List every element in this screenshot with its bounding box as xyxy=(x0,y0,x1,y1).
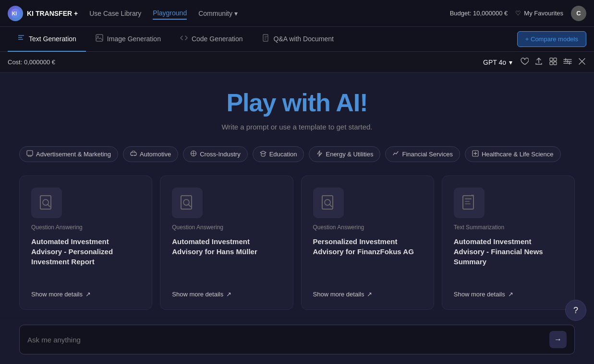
category-healthcare-life-science[interactable]: Healthcare & Life Science xyxy=(465,146,561,162)
hero-subtitle: Write a prompt or use a template to get … xyxy=(19,123,575,131)
card-2-details-button[interactable]: Show more details ↗ xyxy=(172,291,281,298)
hero-title: Play with AI! xyxy=(19,88,575,117)
arrow-icon: ↗ xyxy=(85,291,91,298)
card-1-details-button[interactable]: Show more details ↗ xyxy=(31,291,140,298)
qna-doc-icon xyxy=(262,34,270,44)
prompt-bar-wrapper: → xyxy=(0,317,594,364)
card-1-icon xyxy=(31,188,62,218)
category-automotive-label: Automotive xyxy=(140,151,171,158)
send-button[interactable]: → xyxy=(549,331,567,348)
text-gen-icon xyxy=(17,34,25,44)
card-3-icon xyxy=(313,188,344,218)
heart-icon: ♡ xyxy=(515,10,521,17)
category-education[interactable]: Education xyxy=(253,146,304,162)
energy-icon xyxy=(316,150,323,158)
svg-rect-20 xyxy=(181,196,192,209)
close-icon[interactable] xyxy=(578,57,586,68)
compare-models-button[interactable]: + Compare models xyxy=(517,31,586,47)
prompt-input[interactable] xyxy=(27,336,549,344)
svg-point-14 xyxy=(132,155,133,156)
nav-community[interactable]: Community ▾ xyxy=(198,8,238,19)
settings-icon[interactable] xyxy=(563,57,572,68)
category-financial-services[interactable]: Financial Services xyxy=(385,146,460,162)
svg-rect-8 xyxy=(554,62,557,65)
card-2: Question Answering Automated Investment … xyxy=(160,176,293,310)
category-healthcare-life-science-label: Healthcare & Life Science xyxy=(482,151,554,158)
tab-image-generation[interactable]: Image Generation xyxy=(86,27,170,52)
share-icon[interactable] xyxy=(534,57,543,68)
card-3-title: Personalized Investment Advisory for Fin… xyxy=(313,236,422,279)
svg-rect-7 xyxy=(550,62,553,65)
category-financial-services-label: Financial Services xyxy=(402,151,453,158)
tab-text-generation[interactable]: Text Generation xyxy=(8,27,86,52)
card-4-details-button[interactable]: Show more details ↗ xyxy=(454,291,563,298)
card-4-icon xyxy=(454,188,485,218)
svg-rect-25 xyxy=(465,198,472,200)
svg-rect-24 xyxy=(463,196,473,209)
arrow-icon: ↗ xyxy=(508,291,513,298)
category-energy-utilities[interactable]: Energy & Utilities xyxy=(309,146,380,162)
health-icon xyxy=(472,150,479,158)
card-1-type: Question Answering xyxy=(31,224,140,231)
card-3: Question Answering Personalized Investme… xyxy=(301,176,434,310)
layout-icon[interactable] xyxy=(549,57,558,68)
card-2-title: Automated Investment Advisory for Hans M… xyxy=(172,236,281,279)
logo[interactable]: KI KI TRANSFER + xyxy=(8,6,78,21)
svg-rect-18 xyxy=(40,196,51,209)
svg-rect-26 xyxy=(465,201,470,202)
my-favourites-button[interactable]: ♡ My Favourites xyxy=(515,10,563,17)
cross-icon xyxy=(190,150,197,158)
category-advertisement-marketing[interactable]: Advertisement & Marketing xyxy=(19,146,118,162)
code-gen-icon xyxy=(180,34,188,44)
avatar[interactable]: C xyxy=(571,6,586,21)
nav-use-case-library[interactable]: Use Case Library xyxy=(89,8,141,19)
card-2-icon xyxy=(172,188,203,218)
category-cross-industry-label: Cross-Industry xyxy=(200,151,241,158)
card-4-type: Text Summarization xyxy=(454,224,563,231)
chevron-down-icon: ▾ xyxy=(234,10,238,17)
svg-rect-22 xyxy=(322,196,333,209)
model-label: GPT 4o xyxy=(483,59,506,66)
model-chevron-icon: ▾ xyxy=(509,59,512,66)
card-1: Question Answering Automated Investment … xyxy=(19,176,152,310)
svg-rect-6 xyxy=(554,58,557,61)
category-cross-industry[interactable]: Cross-Industry xyxy=(183,146,248,162)
favourite-icon[interactable] xyxy=(520,57,529,68)
finance-icon xyxy=(392,150,399,158)
category-advertisement-marketing-label: Advertisement & Marketing xyxy=(36,151,111,158)
adv-icon xyxy=(26,150,33,158)
card-4-title: Automated Investment Advisory - Financia… xyxy=(454,236,563,279)
card-4: Text Summarization Automated Investment … xyxy=(442,176,575,310)
nav-links: Use Case Library Playground Community ▾ xyxy=(89,7,438,20)
cost-display: Cost: 0,000000 € xyxy=(8,59,483,66)
tab-image-generation-label: Image Generation xyxy=(107,35,161,43)
main-content: Play with AI! Write a prompt or use a te… xyxy=(0,73,594,351)
svg-rect-27 xyxy=(465,203,471,204)
svg-text:KI: KI xyxy=(12,11,17,16)
cost-action-icons xyxy=(520,57,586,68)
svg-point-3 xyxy=(97,35,98,37)
card-3-type: Question Answering xyxy=(313,224,422,231)
svg-rect-12 xyxy=(27,151,33,155)
help-button[interactable]: ? xyxy=(565,300,586,321)
svg-rect-13 xyxy=(131,153,136,155)
category-automotive[interactable]: Automotive xyxy=(123,146,178,162)
tabs-row: Text Generation Image Generation Code Ge… xyxy=(0,27,594,52)
arrow-icon: ↗ xyxy=(226,291,231,298)
nav-playground[interactable]: Playground xyxy=(153,7,187,20)
model-selector[interactable]: GPT 4o ▾ xyxy=(483,59,512,66)
cards-row: Question Answering Automated Investment … xyxy=(19,176,575,310)
send-icon: → xyxy=(554,335,562,344)
tab-code-generation[interactable]: Code Generation xyxy=(170,27,253,52)
card-3-details-button[interactable]: Show more details ↗ xyxy=(313,291,422,298)
nav-right: Budget: 10,000000 € ♡ My Favourites C xyxy=(450,6,586,21)
card-2-type: Question Answering xyxy=(172,224,281,231)
card-1-title: Automated Investment Advisory - Personal… xyxy=(31,236,140,279)
tab-text-generation-label: Text Generation xyxy=(29,35,76,43)
logo-icon: KI xyxy=(8,6,23,21)
budget-display: Budget: 10,000000 € xyxy=(450,10,508,17)
prompt-bar: → xyxy=(19,325,575,354)
edu-icon xyxy=(260,150,267,158)
tab-qna-document[interactable]: Q&A with Document xyxy=(253,27,343,52)
arrow-icon: ↗ xyxy=(367,291,372,298)
